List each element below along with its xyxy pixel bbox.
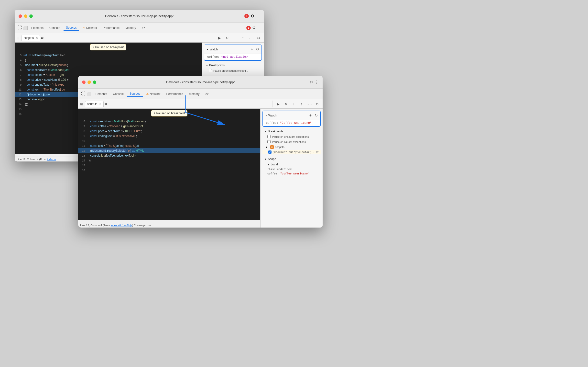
tab-memory-2[interactable]: Memory [186, 91, 202, 97]
scope-label-2: Scope [268, 157, 276, 161]
close-button-1[interactable] [19, 14, 22, 18]
code-with-sidebar-2: ℹ Paused on breakpoint 6 const seedNum =… [78, 109, 323, 228]
devtools-tabs-1: ⛶ ⬜ Elements Console Sources ⚠ Network P… [15, 23, 264, 33]
file-tab-script-1[interactable]: script.ts ✕ [22, 35, 40, 41]
tab-sources-1[interactable]: Sources [64, 25, 79, 31]
code-line-3: 3 return coffeeList[magicNum % c [15, 53, 202, 58]
horizontal-scrollbar-2[interactable] [78, 220, 260, 223]
close-file-2[interactable]: ✕ [99, 103, 101, 106]
step-out-btn-2[interactable]: ↑ [298, 101, 305, 107]
tab-sources-2[interactable]: Sources [127, 91, 143, 97]
scope-header-2[interactable]: ▼ Scope [262, 156, 321, 162]
tab-cursor-1[interactable]: ⛶ [18, 25, 22, 30]
step-out-btn-1[interactable]: ↑ [240, 34, 246, 41]
info-icon-2: ℹ [154, 112, 155, 115]
tab-device-1[interactable]: ⬜ [23, 25, 28, 30]
window-controls-1 [19, 14, 33, 18]
more-dots-1[interactable]: ⋮ [257, 25, 261, 30]
watch-actions-1: + ↻ [250, 46, 260, 52]
titlebar-1: DevTools - consistent-source-map-pc.netl… [15, 10, 264, 23]
scope-triangle-2: ▼ [264, 158, 267, 161]
settings-gear-2[interactable]: ⚙ [309, 80, 313, 84]
watch-header-1[interactable]: ▼ Watch + ↻ [204, 45, 261, 54]
resume-btn-1[interactable]: ▶ [216, 34, 223, 41]
more-files-1[interactable]: ≫ [41, 36, 44, 40]
code-line-13-2: 13 console.log([coffee, price, text].joi… [78, 153, 260, 158]
bp-checkbox-uncaught-2[interactable] [267, 135, 271, 138]
tab-network-1[interactable]: ⚠ Network [80, 25, 99, 31]
tab-more-1[interactable]: >> [140, 25, 148, 31]
status-link-1[interactable]: index.a [47, 158, 56, 161]
watch-item-1: coffee: <not available> [204, 54, 261, 60]
step-into-btn-1[interactable]: ↓ [232, 34, 239, 41]
close-file-1[interactable]: ✕ [36, 36, 38, 40]
step-next-btn-2[interactable]: →→ [306, 101, 313, 107]
more-dots-2[interactable]: ⋮ [315, 80, 319, 84]
bp-file-icon-2: TS [270, 145, 274, 149]
code-line-6: 6 const seedNum = Math.floor(Mat [15, 68, 202, 72]
more-files-2[interactable]: ≫ [105, 102, 108, 106]
resume-btn-2[interactable]: ▶ [275, 101, 282, 107]
bp-checkbox-caught-2[interactable] [267, 140, 271, 143]
step-into-btn-2[interactable]: ↓ [290, 101, 297, 107]
sidebar-toggle-1[interactable]: ⊞ [15, 36, 22, 40]
bp-item-pause-uncaught-1: Pause on uncaught excepti... [204, 68, 262, 73]
tab-memory-1[interactable]: Memory [123, 25, 138, 31]
maximize-button-1[interactable] [29, 14, 33, 18]
deactivate-btn-2[interactable]: ⊘ [314, 101, 321, 107]
status-link-2[interactable]: index.a8c1ec6b.js [111, 224, 132, 227]
settings-gear-1[interactable]: ⚙ [252, 25, 256, 30]
tab-performance-1[interactable]: Performance [100, 25, 122, 31]
code-line-10-2: 10 [78, 138, 260, 143]
step-next-btn-1[interactable]: →→ [247, 34, 254, 41]
tab-performance-2[interactable]: Performance [164, 91, 185, 97]
tab-device-2[interactable]: ⬜ [87, 92, 91, 96]
watch-add-btn-1[interactable]: + [250, 47, 253, 52]
bp-header-1[interactable]: ▼ Breakpoints [204, 63, 262, 68]
tab-elements-2[interactable]: Elements [92, 91, 109, 97]
bp-triangle-2: ▼ [264, 130, 267, 133]
file-name-1: script.ts [24, 36, 34, 40]
bp-item-uncaught-2: Pause on uncaught exceptions [262, 134, 321, 139]
more-icon-1[interactable]: ⋮ [256, 14, 260, 18]
bp-triangle-1: ▼ [206, 64, 208, 67]
bp-label-1: Breakpoints [209, 64, 225, 67]
sidebar-right-2: ▼ Watch + ↻ coffee: "Coffee Americano" [260, 109, 323, 228]
file-name-2: script.ts [87, 102, 97, 106]
paused-tooltip-2: ℹ Paused on breakpoint [151, 110, 188, 116]
scope-this-2: this: undefined [262, 167, 321, 172]
tab-elements-1[interactable]: Elements [29, 25, 46, 31]
bp-item-caught-2: Pause on caught exceptions [262, 139, 321, 144]
watch-section-1: ▼ Watch + ↻ coffee: <not available> [204, 45, 262, 61]
file-tab-script-2[interactable]: script.ts ✕ [85, 101, 104, 107]
settings-icon-1[interactable]: ⚙ [251, 14, 254, 18]
step-over-btn-2[interactable]: ↻ [283, 101, 289, 107]
bp-header-2[interactable]: ▼ Breakpoints [262, 129, 321, 134]
watch-item-2: coffee: "Coffee Americano" [263, 120, 320, 126]
watch-refresh-btn-2[interactable]: ↻ [314, 113, 318, 118]
watch-section-2: ▼ Watch + ↻ coffee: "Coffee Americano" [262, 111, 321, 127]
window-controls-2 [82, 80, 96, 84]
code-line-4: 4 } [15, 58, 202, 63]
minimize-button-2[interactable] [87, 80, 91, 84]
window-title-1: DevTools - consistent-source-map-pc.netl… [105, 14, 174, 18]
maximize-button-2[interactable] [93, 80, 96, 84]
tab-console-1[interactable]: Console [47, 25, 63, 31]
tab-console-2[interactable]: Console [110, 91, 126, 97]
deactivate-btn-1[interactable]: ⊘ [255, 34, 262, 41]
local-header-2[interactable]: ▼ Local [262, 162, 321, 167]
close-button-2[interactable] [82, 80, 86, 84]
code-line-7-2: 7 const coffee = 'Coffee ' + getRandomCo… [78, 124, 260, 129]
breakpoints-section-1: ▼ Breakpoints Pause on uncaught excepti.… [204, 63, 262, 73]
watch-add-btn-2[interactable]: + [309, 113, 312, 118]
bp-checkbox-uncaught-1[interactable] [209, 69, 212, 72]
minimize-button-1[interactable] [24, 14, 27, 18]
tab-cursor-2[interactable]: ⛶ [81, 91, 86, 96]
watch-header-2[interactable]: ▼ Watch + ↻ [263, 111, 320, 120]
code-line-12-2: 12 (▮document.▮querySelector('p') as HTM… [78, 148, 260, 153]
watch-refresh-btn-1[interactable]: ↻ [255, 46, 260, 52]
step-over-btn-1[interactable]: ↻ [224, 34, 231, 41]
tab-network-2[interactable]: ⚠ Network [144, 91, 163, 97]
sidebar-toggle-2[interactable]: ⊞ [78, 102, 85, 106]
tab-more-2[interactable]: >> [203, 91, 211, 97]
